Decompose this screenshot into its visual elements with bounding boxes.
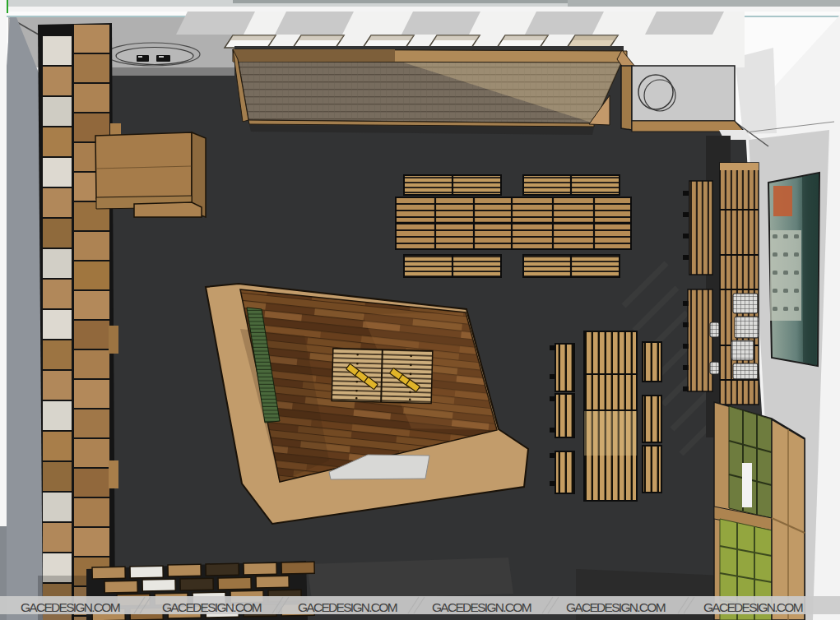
svg-text:GACEDESIGN.COM: GACEDESIGN.COM xyxy=(162,600,262,614)
svg-text:GACEDESIGN.COM: GACEDESIGN.COM xyxy=(298,600,398,614)
svg-text:GACEDESIGN.COM: GACEDESIGN.COM xyxy=(21,600,121,614)
svg-text:GACEDESIGN.COM: GACEDESIGN.COM xyxy=(432,600,532,614)
svg-text:GACEDESIGN.COM: GACEDESIGN.COM xyxy=(566,600,666,614)
svg-text:GACEDESIGN.COM: GACEDESIGN.COM xyxy=(703,600,804,614)
